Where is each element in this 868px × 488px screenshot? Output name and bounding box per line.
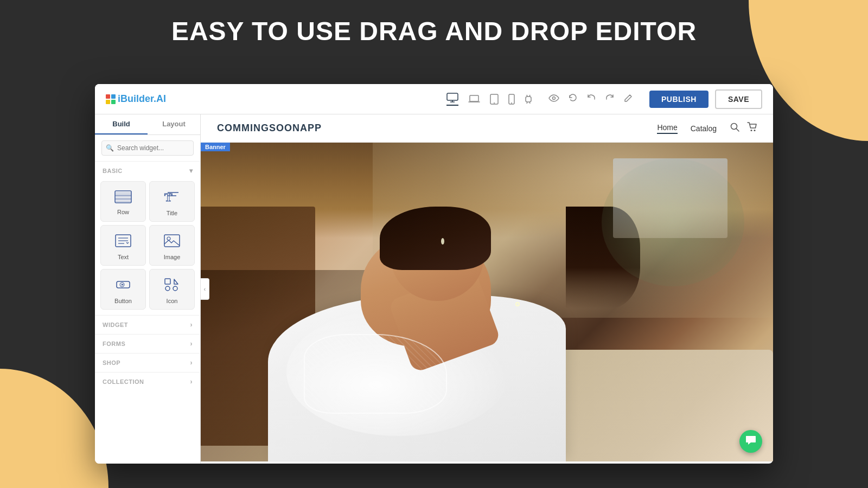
- svg-line-12: [529, 102, 530, 104]
- svg-point-5: [494, 102, 495, 104]
- title-icon: T: [163, 189, 181, 207]
- banner-image: [201, 143, 773, 461]
- svg-point-36: [751, 130, 752, 131]
- widget-text[interactable]: Text: [100, 225, 146, 266]
- logo-text-main: iBuilder.: [118, 93, 156, 104]
- section-basic-label: BASIC: [103, 168, 123, 174]
- logo-sq-yellow: [106, 100, 110, 104]
- history-icon[interactable]: [568, 93, 578, 105]
- svg-rect-27: [164, 235, 180, 247]
- chevron-right-icon-forms: ›: [190, 340, 193, 348]
- svg-rect-31: [165, 279, 170, 284]
- section-widget-header[interactable]: WIDGET ›: [95, 315, 200, 334]
- nav-catalog[interactable]: Catalog: [691, 124, 717, 133]
- svg-point-32: [165, 286, 170, 291]
- watch-icon[interactable]: [525, 94, 532, 105]
- widget-title[interactable]: T Title: [149, 181, 195, 222]
- save-button[interactable]: SAVE: [715, 89, 762, 109]
- section-forms-label: FORMS: [103, 341, 125, 347]
- widget-text-label: Text: [118, 254, 129, 260]
- svg-rect-8: [526, 97, 531, 102]
- logo-sq-green: [111, 100, 116, 104]
- logo-text: iBuilder.AI: [118, 93, 166, 105]
- bride-hair: [380, 207, 492, 271]
- row-icon: [114, 190, 132, 206]
- svg-rect-3: [470, 95, 478, 101]
- toolbar: iBuilder.AI: [95, 84, 773, 114]
- svg-rect-0: [447, 93, 458, 100]
- widget-image-label: Image: [164, 254, 181, 260]
- chevron-down-icon: ▾: [189, 167, 193, 175]
- nav-home[interactable]: Home: [657, 123, 677, 134]
- widget-grid-basic: Row T Title: [95, 178, 200, 315]
- tab-layout[interactable]: Layout: [148, 114, 200, 134]
- site-nav: Home Catalog: [657, 123, 717, 134]
- search-icon-site[interactable]: [730, 122, 739, 134]
- window-sky: [613, 158, 727, 238]
- site-header: COMMINGSOONAPP Home Catalog: [201, 114, 773, 143]
- section-shop-header[interactable]: SHOP ›: [95, 353, 200, 372]
- chevron-right-icon-collection: ›: [190, 378, 193, 386]
- svg-line-11: [527, 102, 527, 104]
- decoration-blob-bottom-left: [0, 369, 108, 488]
- section-forms-header[interactable]: FORMS ›: [95, 334, 200, 353]
- tablet-icon[interactable]: [490, 94, 499, 105]
- widget-button-label: Button: [114, 298, 132, 304]
- search-icon: 🔍: [106, 144, 114, 152]
- logo-sq-red: [106, 94, 110, 99]
- widget-icon-label: Icon: [167, 298, 178, 304]
- device-icons: [446, 93, 532, 106]
- widget-button[interactable]: Button: [100, 269, 146, 310]
- widget-image[interactable]: Image: [149, 225, 195, 266]
- button-icon: [114, 277, 132, 294]
- svg-point-33: [173, 286, 177, 291]
- main-content: Build Layout 🔍 BASIC ▾: [95, 114, 773, 464]
- undo-icon[interactable]: [586, 93, 596, 105]
- banner-label: Banner: [201, 143, 230, 151]
- widget-icon-item[interactable]: Icon: [149, 269, 195, 310]
- main-heading: EASY TO USE DRAG AND DROP EDITOR: [0, 16, 868, 46]
- chevron-right-icon-shop: ›: [190, 359, 193, 367]
- section-collection-header[interactable]: COLLECTION ›: [95, 372, 200, 391]
- tab-build[interactable]: Build: [95, 114, 148, 134]
- banner-container: Banner: [201, 143, 773, 461]
- sidebar-collapse-arrow[interactable]: ‹: [201, 278, 209, 300]
- laptop-icon[interactable]: [468, 94, 480, 104]
- site-header-icons: [730, 122, 757, 134]
- logo-sq-blue: [111, 94, 116, 99]
- svg-point-13: [552, 97, 555, 100]
- section-collection-label: COLLECTION: [103, 378, 144, 385]
- chevron-right-icon-widget: ›: [190, 321, 193, 329]
- svg-line-9: [527, 95, 527, 97]
- redo-icon[interactable]: [605, 93, 615, 105]
- desktop-icon[interactable]: [446, 93, 458, 106]
- chat-icon: [745, 435, 756, 448]
- svg-point-37: [754, 130, 756, 131]
- edit-icon[interactable]: [623, 93, 633, 105]
- mobile-icon[interactable]: [508, 94, 515, 105]
- cart-icon-site[interactable]: [747, 122, 757, 134]
- chat-bubble[interactable]: [739, 430, 762, 453]
- widget-row[interactable]: Row: [100, 181, 146, 222]
- widget-title-label: Title: [167, 210, 177, 216]
- search-input[interactable]: [101, 140, 194, 156]
- svg-line-10: [529, 95, 530, 97]
- svg-line-35: [736, 129, 739, 131]
- logo-text-accent: AI: [156, 93, 166, 104]
- action-icons: [548, 93, 633, 105]
- publish-button[interactable]: PUBLISH: [649, 91, 709, 108]
- canvas-area: ‹ COMMINGSOONAPP Home Catalog: [201, 114, 773, 464]
- site-title: COMMINGSOONAPP: [217, 123, 322, 134]
- sidebar-search-container: 🔍: [95, 135, 200, 162]
- section-widget-label: WIDGET: [103, 322, 128, 328]
- text-icon: [114, 233, 132, 251]
- icon-widget-icon: [163, 277, 181, 294]
- widget-row-label: Row: [117, 209, 129, 215]
- section-basic-header[interactable]: BASIC ▾: [95, 162, 200, 178]
- eye-icon[interactable]: [548, 93, 559, 105]
- sidebar-tabs: Build Layout: [95, 114, 200, 135]
- section-shop-label: SHOP: [103, 359, 120, 366]
- svg-point-7: [511, 102, 512, 104]
- sidebar: Build Layout 🔍 BASIC ▾: [95, 114, 201, 464]
- logo: iBuilder.AI: [106, 93, 166, 105]
